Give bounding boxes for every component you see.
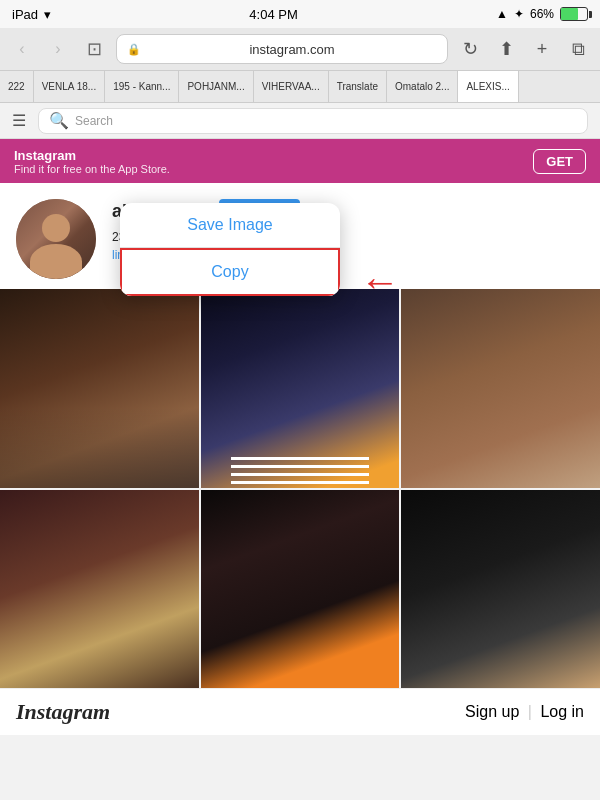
share-button[interactable]: ⬆ — [492, 35, 520, 63]
search-placeholder: Search — [75, 114, 113, 128]
battery-fill — [561, 8, 578, 20]
tab-kann[interactable]: 195 - Kann... — [105, 71, 179, 102]
photo-cell-4[interactable] — [0, 490, 199, 689]
footer-separator: | — [528, 703, 532, 720]
browser-bar: ‹ › ⊡ 🔒 instagram.com ↻ ⬆ + ⧉ — [0, 28, 600, 71]
refresh-button[interactable]: ↻ — [456, 35, 484, 63]
status-right: ▲ ✦ 66% — [496, 7, 588, 21]
forward-button[interactable]: › — [44, 35, 72, 63]
photo-cell-5[interactable] — [201, 490, 400, 689]
new-tab-button[interactable]: + — [528, 35, 556, 63]
copy-option[interactable]: Copy — [120, 248, 340, 296]
status-bar: iPad ▾ 4:04 PM ▲ ✦ 66% — [0, 0, 600, 28]
get-app-button[interactable]: GET — [533, 149, 586, 174]
status-left: iPad ▾ — [12, 7, 51, 22]
battery-indicator — [560, 7, 588, 21]
tab-vihervaa[interactable]: VIHERVAA... — [254, 71, 329, 102]
tab-alexis[interactable]: ALEXIS... — [458, 71, 518, 102]
save-image-option[interactable]: Save Image — [120, 203, 340, 248]
signal-icon: ▲ — [496, 7, 508, 21]
device-label: iPad — [12, 7, 38, 22]
search-box[interactable]: 🔍 Search — [38, 108, 588, 134]
tabs-button[interactable]: ⧉ — [564, 35, 592, 63]
back-button[interactable]: ‹ — [8, 35, 36, 63]
page-footer: Instagram Sign up | Log in — [0, 688, 600, 735]
photo-grid — [0, 289, 600, 688]
signup-link[interactable]: Sign up — [465, 703, 519, 720]
search-icon: 🔍 — [49, 111, 69, 130]
menu-bar: ☰ 🔍 Search — [0, 103, 600, 139]
tab-pohjanm[interactable]: POHJANM... — [179, 71, 253, 102]
lock-icon: 🔒 — [127, 43, 141, 56]
profile-avatar — [16, 199, 96, 279]
url-text: instagram.com — [147, 42, 437, 57]
banner-text: Instagram Find it for free on the App St… — [14, 148, 170, 175]
bluetooth-icon: ✦ — [514, 7, 524, 21]
profile-section: alexisren ✓ Follow 239 following linktr.… — [0, 183, 600, 289]
login-link[interactable]: Log in — [540, 703, 584, 720]
time-display: 4:04 PM — [249, 7, 297, 22]
tab-translate[interactable]: Translate — [329, 71, 387, 102]
tab-omatalo[interactable]: Omatalo 2... — [387, 71, 458, 102]
photo-cell-3[interactable] — [401, 289, 600, 488]
wifi-icon: ▾ — [44, 7, 51, 22]
footer-logo: Instagram — [16, 699, 110, 725]
battery-percent: 66% — [530, 7, 554, 21]
app-banner: Instagram Find it for free on the App St… — [0, 139, 600, 183]
context-menu: Save Image Copy — [120, 203, 340, 296]
footer-links: Sign up | Log in — [465, 703, 584, 721]
banner-subtitle: Find it for free on the App Store. — [14, 163, 170, 175]
photo-cell-1[interactable] — [0, 289, 199, 488]
address-bar[interactable]: 🔒 instagram.com — [116, 34, 448, 64]
reader-button[interactable]: ⊡ — [80, 35, 108, 63]
tab-venla[interactable]: VENLA 18... — [34, 71, 105, 102]
hamburger-icon[interactable]: ☰ — [12, 111, 26, 130]
photo-cell-6[interactable] — [401, 490, 600, 689]
tab-222[interactable]: 222 — [0, 71, 34, 102]
avatar-image — [16, 199, 96, 279]
banner-title: Instagram — [14, 148, 170, 163]
photo-cell-2[interactable] — [201, 289, 400, 488]
tabs-bar: 222 VENLA 18... 195 - Kann... POHJANM...… — [0, 71, 600, 103]
